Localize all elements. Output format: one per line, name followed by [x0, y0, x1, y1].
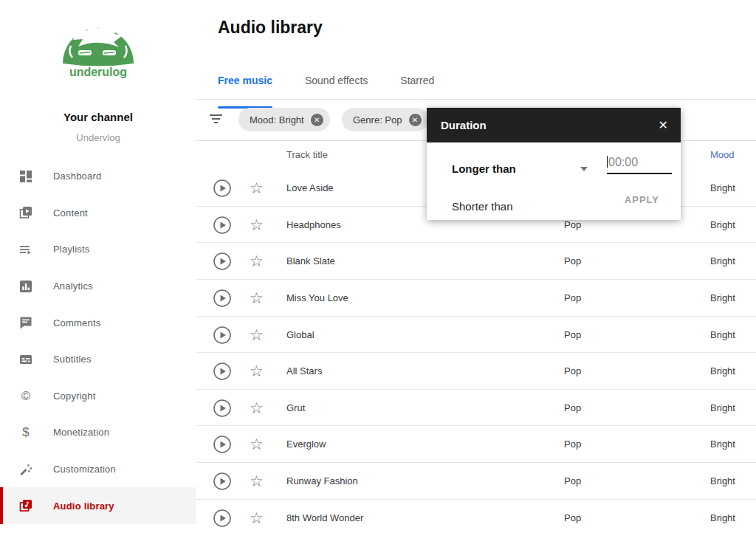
mood-cell: Bright: [710, 207, 735, 244]
track-title[interactable]: Everglow: [286, 426, 326, 463]
star-button[interactable]: ☆: [250, 362, 264, 381]
tab-starred[interactable]: Starred: [400, 75, 434, 99]
track-title[interactable]: 8th World Wonder: [286, 500, 363, 533]
tabs: Free music Sound effects Starred: [218, 75, 467, 99]
column-track-title: Track title: [286, 140, 328, 170]
channel-avatar[interactable]: underulog: [0, 9, 196, 81]
play-button[interactable]: [213, 252, 232, 274]
duration-input[interactable]: 00:00: [607, 156, 672, 174]
play-button[interactable]: [213, 399, 232, 421]
filter-chip-mood[interactable]: Mood: Bright ✕: [238, 108, 330, 131]
your-channel-label: Your channel: [0, 111, 196, 123]
sidebar-item-content[interactable]: Content: [0, 195, 196, 232]
tab-sound-effects[interactable]: Sound effects: [305, 75, 368, 99]
track-title[interactable]: Blank Slate: [286, 243, 335, 280]
genre-cell: Pop: [564, 463, 581, 500]
duration-value: 00:00: [608, 156, 638, 168]
track-title[interactable]: All Stars: [286, 353, 322, 390]
sidebar-item-dashboard[interactable]: Dashboard: [0, 158, 196, 195]
sidebar-item-playlists[interactable]: Playlists: [0, 231, 196, 268]
sidebar-item-analytics[interactable]: Analytics: [0, 268, 196, 305]
genre-cell: Pop: [564, 280, 581, 317]
content-icon: [18, 205, 33, 220]
sidebar-item-label: Audio library: [53, 501, 114, 512]
duration-dialog: Duration ✕ Longer than 00:00 Shorter tha…: [427, 108, 681, 220]
column-mood[interactable]: Mood: [710, 140, 735, 170]
mood-cell: Bright: [710, 500, 735, 533]
duration-option-longer-than[interactable]: Longer than: [452, 162, 516, 175]
star-button[interactable]: ☆: [250, 472, 264, 491]
track-row: ☆ Blank Slate Pop Bright: [196, 243, 756, 280]
sidebar-item-label: Comments: [53, 317, 100, 329]
sidebar-item-comments[interactable]: Comments: [0, 304, 196, 341]
track-row: ☆ All Stars Pop Bright: [196, 353, 756, 390]
filter-icon[interactable]: [208, 112, 223, 127]
sidebar-item-subtitles[interactable]: Subtitles: [0, 341, 196, 378]
star-button[interactable]: ☆: [250, 216, 264, 235]
play-button[interactable]: [213, 179, 232, 201]
mood-cell: Bright: [710, 463, 735, 500]
copyright-icon: ©: [21, 390, 31, 402]
sidebar-item-copyright[interactable]: © Copyright: [0, 378, 196, 415]
track-title[interactable]: Grut: [286, 390, 305, 427]
text-cursor: [607, 156, 608, 168]
chevron-down-icon[interactable]: [580, 167, 588, 171]
mood-cell: Bright: [710, 280, 735, 317]
genre-cell: Pop: [564, 317, 581, 354]
play-button[interactable]: [213, 472, 232, 494]
play-button[interactable]: [213, 435, 232, 457]
mood-cell: Bright: [710, 243, 735, 280]
logo-text: underulog: [69, 66, 127, 78]
star-button[interactable]: ☆: [250, 179, 264, 198]
track-title[interactable]: Runway Fashion: [286, 463, 358, 500]
page-title: Audio library: [218, 18, 323, 38]
track-title[interactable]: Headphones: [286, 207, 341, 244]
track-row: ☆ Everglow Pop Bright: [196, 426, 756, 463]
sidebar-item-label: Monetization: [53, 427, 109, 438]
duration-dialog-title: Duration: [441, 119, 487, 131]
audio-library-page: underulog Your channel Undervlog Dashboa…: [0, 0, 756, 533]
sidebar-item-monetization[interactable]: $ Monetization: [0, 414, 196, 451]
sidebar-item-label: Copyright: [53, 391, 95, 402]
track-title[interactable]: Love Aside: [286, 170, 334, 207]
star-button[interactable]: ☆: [250, 509, 264, 528]
tab-free-music[interactable]: Free music: [218, 75, 272, 99]
apply-button[interactable]: APPLY: [625, 194, 659, 205]
mood-cell: Bright: [710, 390, 735, 427]
star-button[interactable]: ☆: [250, 252, 264, 271]
customization-icon: [18, 462, 33, 477]
dashboard-icon: [18, 169, 33, 184]
close-icon[interactable]: ✕: [659, 118, 668, 132]
play-button[interactable]: [213, 216, 232, 238]
comments-icon: [18, 315, 33, 330]
track-title[interactable]: Global: [286, 317, 315, 354]
duration-option-shorter-than[interactable]: Shorter than: [452, 200, 513, 213]
track-title[interactable]: Miss You Love: [286, 280, 348, 317]
sidebar-item-label: Analytics: [53, 281, 93, 292]
play-button[interactable]: [213, 362, 232, 384]
filter-chip-label: Mood: Bright: [250, 114, 304, 125]
star-button[interactable]: ☆: [250, 289, 264, 308]
track-row: ☆ Global Pop Bright: [196, 317, 756, 354]
sidebar-item-customization[interactable]: Customization: [0, 451, 196, 488]
genre-cell: Pop: [564, 243, 581, 280]
star-button[interactable]: ☆: [250, 399, 264, 418]
sidebar-item-audio-library[interactable]: Audio library: [0, 487, 196, 524]
sidebar-item-label: Content: [53, 207, 88, 219]
filter-chip-genre[interactable]: Genre: Pop ✕: [342, 108, 428, 131]
sidebar-item-label: Playlists: [53, 244, 89, 255]
star-button[interactable]: ☆: [250, 326, 264, 345]
remove-chip-icon[interactable]: ✕: [311, 114, 323, 126]
play-button[interactable]: [213, 289, 232, 311]
genre-cell: Pop: [564, 390, 581, 427]
subtitles-icon: [18, 352, 33, 367]
sidebar: underulog Your channel Undervlog Dashboa…: [0, 0, 196, 533]
play-button[interactable]: [213, 326, 232, 348]
filter-chip-label: Genre: Pop: [353, 114, 402, 125]
analytics-icon: [18, 279, 33, 294]
play-button[interactable]: [213, 509, 232, 531]
remove-chip-icon[interactable]: ✕: [409, 114, 422, 126]
mood-cell: Bright: [710, 317, 735, 354]
track-row: ☆ Grut Pop Bright: [196, 390, 756, 427]
star-button[interactable]: ☆: [250, 435, 264, 454]
